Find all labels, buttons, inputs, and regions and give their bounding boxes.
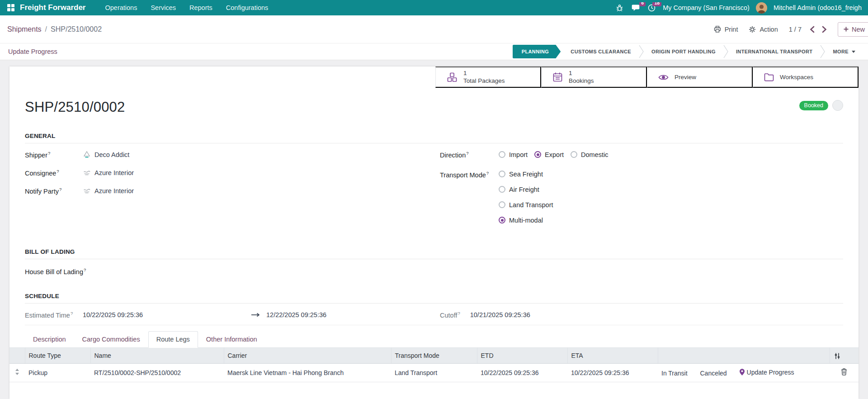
preview-label: Preview — [675, 74, 696, 81]
direction-option-export[interactable]: Export — [534, 151, 564, 158]
messages-systray-button[interactable]: 6 — [631, 3, 641, 13]
notify-party-value: Azure Interior — [94, 187, 134, 195]
menu-operations[interactable]: Operations — [98, 4, 144, 11]
help-marker: ? — [458, 311, 460, 316]
transport-mode-option-air-freight[interactable]: Air Freight — [499, 186, 553, 193]
in-transit-button[interactable]: In Transit — [661, 370, 688, 377]
direction-label: Direction? — [440, 151, 499, 159]
update-progress-button[interactable]: Update Progress — [8, 48, 57, 55]
tab-description[interactable]: Description — [25, 331, 74, 348]
column-carrier[interactable]: Carrier — [224, 348, 391, 363]
help-marker: ? — [71, 311, 73, 316]
cell-transport-mode[interactable]: Land Transport — [391, 363, 477, 382]
pager-previous-icon[interactable] — [810, 26, 815, 33]
menu-services[interactable]: Services — [144, 4, 183, 11]
printer-icon — [714, 26, 721, 33]
stage-more-dropdown[interactable]: MORE — [826, 45, 863, 58]
map-pin-icon — [740, 369, 745, 375]
direction-option-domestic[interactable]: Domestic — [571, 151, 608, 158]
preview-button[interactable]: Preview — [647, 66, 753, 88]
help-marker: ? — [48, 151, 50, 156]
user-avatar[interactable] — [756, 2, 767, 14]
debug-bug-icon[interactable] — [615, 3, 624, 13]
notebook: Description Cargo Commodities Route Legs… — [9, 331, 859, 382]
arrow-right-icon — [251, 313, 260, 317]
plus-icon — [844, 27, 849, 32]
route-legs-table: Route Type Name Carrier Transport Mode E… — [9, 348, 859, 382]
radio-checked-icon — [534, 151, 541, 158]
radio-checked-icon — [499, 217, 505, 223]
field-shipper: Shipper? Deco Addict — [25, 151, 440, 159]
tab-other-information[interactable]: Other Information — [198, 331, 265, 348]
cell-etd[interactable]: 10/22/2025 09:25:36 — [477, 363, 567, 382]
radio-unchecked-icon — [571, 151, 577, 158]
general-section-title: GENERAL — [25, 133, 843, 143]
transport-mode-option-land-transport[interactable]: Land Transport — [499, 201, 553, 209]
pager-next-icon[interactable] — [822, 26, 827, 33]
route-leg-row[interactable]: Pickup RT/2510/0002-SHP/2510/0002 Maersk… — [9, 363, 859, 382]
cell-carrier[interactable]: Maersk Line Vietnam - Hai Phong Branch — [224, 363, 391, 382]
cutoff-value: 10/21/2025 09:25:36 — [470, 311, 530, 318]
cell-name[interactable]: RT/2510/0002-SHP/2510/0002 — [90, 363, 224, 382]
row-update-progress-button[interactable]: Update Progress — [740, 369, 794, 376]
optional-columns-toggle-icon[interactable] — [834, 352, 841, 360]
chat-bubble-icon — [632, 4, 640, 12]
cell-route-type[interactable]: Pickup — [25, 363, 90, 382]
print-button[interactable]: Print — [714, 26, 738, 33]
tab-route-legs[interactable]: Route Legs — [148, 331, 198, 348]
menu-reports[interactable]: Reports — [183, 4, 219, 11]
stage-origin-port-handling[interactable]: ORIGIN PORT HANDLING — [644, 45, 723, 58]
stage-international-transport[interactable]: INTERNATIONAL TRANSPORT — [729, 45, 820, 58]
stage-planning[interactable]: PLANNING — [513, 45, 561, 58]
eye-icon — [658, 73, 669, 81]
column-eta[interactable]: ETA — [567, 348, 658, 363]
pager-counter: 1 / 7 — [789, 26, 802, 33]
new-record-button[interactable]: New — [838, 22, 868, 37]
tab-cargo-commodities[interactable]: Cargo Commodities — [74, 331, 148, 348]
menu-configurations[interactable]: Configurations — [219, 4, 275, 11]
trash-icon — [841, 368, 847, 375]
folder-icon — [764, 73, 774, 81]
column-route-type[interactable]: Route Type — [25, 348, 90, 363]
row-delete-button[interactable] — [830, 363, 859, 382]
company-switcher[interactable]: My Company (San Francisco) — [663, 4, 750, 11]
apps-grid-icon[interactable] — [7, 4, 14, 11]
row-drag-handle[interactable] — [9, 363, 25, 382]
user-menu[interactable]: Mitchell Admin (odoo16_freigh — [774, 4, 862, 11]
direction-option-import[interactable]: Import — [499, 151, 528, 158]
record-title: SHP/2510/0002 — [25, 99, 125, 115]
canceled-button[interactable]: Canceled — [700, 370, 726, 377]
help-marker: ? — [84, 267, 86, 272]
messages-count-badge: 6 — [639, 2, 646, 6]
stage-customs-clearance[interactable]: CUSTOMS CLEARANCE — [563, 45, 638, 58]
total-packages-value: 1 — [463, 70, 505, 77]
notebook-tabs: Description Cargo Commodities Route Legs… — [9, 331, 859, 348]
form-sheet-card: 1 Total Packages 1 Bookings — [9, 66, 859, 399]
bol-section-title: BILL OF LADING — [25, 248, 843, 259]
column-name[interactable]: Name — [90, 348, 224, 363]
help-marker: ? — [486, 171, 489, 176]
cell-eta[interactable]: 10/22/2025 09:25:36 — [567, 363, 658, 382]
new-label: New — [852, 26, 865, 33]
app-brand[interactable]: Freight Forwarder — [20, 3, 85, 12]
control-panel-actions: Print Action 1 / 7 New — [714, 22, 868, 37]
avatar-image — [756, 2, 767, 14]
workspaces-button[interactable]: Workspaces — [753, 66, 859, 88]
transport-mode-option-multi-modal[interactable]: Multi-modal — [499, 217, 553, 224]
status-badge: Booked — [799, 101, 828, 110]
activities-systray-button[interactable]: 18 — [647, 3, 656, 13]
column-transport-mode[interactable]: Transport Mode — [391, 348, 477, 363]
action-menu-button[interactable]: Action — [749, 26, 778, 33]
total-packages-stat-button[interactable]: 1 Total Packages — [435, 66, 541, 88]
schedule-section-title: SCHEDULE — [25, 293, 843, 304]
pager-nav — [810, 26, 827, 33]
transport-mode-option-sea-freight[interactable]: Sea Freight — [499, 171, 553, 178]
column-etd[interactable]: ETD — [477, 348, 567, 363]
help-marker: ? — [466, 151, 468, 156]
cell-status-actions: In Transit Canceled Update Progress — [658, 363, 830, 382]
status-circle — [832, 100, 843, 111]
notify-party-label: Notify Party? — [25, 187, 83, 195]
bookings-stat-button[interactable]: 1 Bookings — [541, 66, 647, 88]
breadcrumb-shipments[interactable]: Shipments — [7, 25, 42, 33]
radio-unchecked-icon — [499, 151, 505, 158]
